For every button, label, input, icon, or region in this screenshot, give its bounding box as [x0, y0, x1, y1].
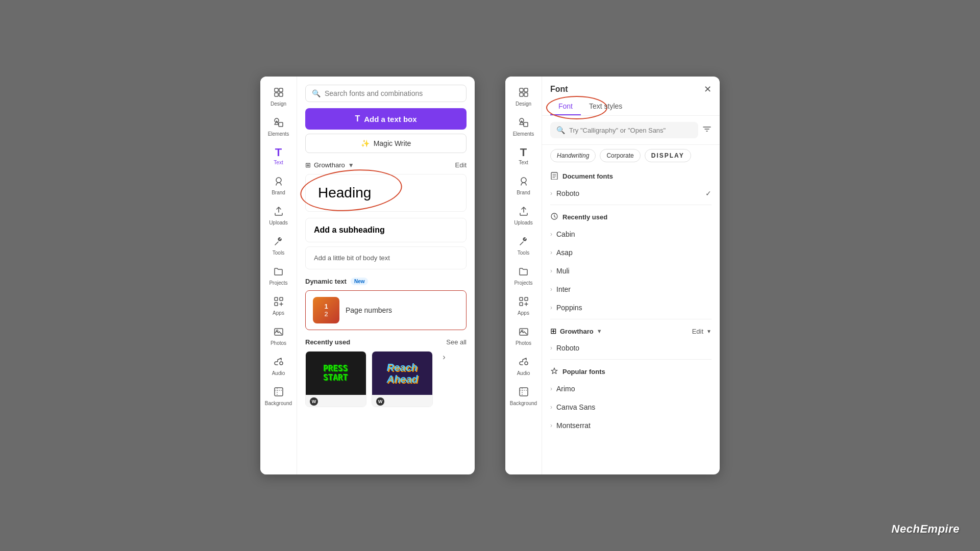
- font-name-roboto-doc: Roboto: [556, 189, 579, 197]
- font-chevron-poppins: ›: [550, 304, 552, 311]
- right-sidebar-item-background[interactable]: Background: [507, 382, 540, 410]
- press-start-text: PRESSSTART: [324, 364, 348, 382]
- font-search-input[interactable]: [569, 127, 692, 134]
- font-group-name: Growtharo: [560, 328, 594, 335]
- subheading-preview[interactable]: Add a subheading: [305, 218, 467, 242]
- font-item-inter[interactable]: › Inter: [546, 280, 716, 298]
- recently-used-fonts-header: Recently used: [546, 207, 716, 225]
- svg-rect-9: [275, 303, 278, 306]
- svg-rect-7: [275, 297, 278, 300]
- page-numbers-label: Page numbers: [346, 306, 392, 314]
- font-group-edit[interactable]: Edit: [692, 328, 703, 335]
- font-item-chevron: ›: [550, 190, 552, 197]
- right-sidebar-item-photos[interactable]: Photos: [507, 322, 540, 350]
- right-sidebar-item-projects[interactable]: Projects: [507, 262, 540, 290]
- sidebar-item-projects[interactable]: Projects: [262, 262, 295, 290]
- font-chevron-muli: ›: [550, 267, 552, 274]
- svg-rect-16: [520, 93, 523, 96]
- right-uploads-icon: [518, 206, 529, 218]
- right-apps-icon: [518, 296, 529, 309]
- audio-icon: [273, 356, 284, 369]
- add-text-button[interactable]: T Add a text box: [305, 108, 467, 130]
- w-badge-2: W: [376, 397, 384, 406]
- text-box-icon: T: [355, 114, 360, 123]
- chip-display[interactable]: DISPLAY: [645, 149, 691, 162]
- svg-rect-27: [520, 388, 528, 396]
- tools-icon: [273, 236, 284, 248]
- right-sidebar-label-uploads: Uploads: [514, 220, 533, 226]
- filter-button[interactable]: [702, 124, 712, 136]
- tab-font[interactable]: Font: [550, 98, 581, 115]
- divider: [550, 205, 712, 205]
- font-item-montserrat[interactable]: › Montserrat: [546, 416, 716, 435]
- font-item-roboto-document[interactable]: › Roboto ✓: [546, 184, 716, 203]
- see-all-link[interactable]: See all: [446, 338, 467, 346]
- font-item-arimo[interactable]: › Arimo: [546, 380, 716, 398]
- font-search-input[interactable]: [325, 89, 460, 97]
- font-preset-name-container: ⊞ Growtharo ▼: [305, 161, 354, 169]
- chip-handwriting[interactable]: Handwriting: [550, 149, 596, 162]
- svg-rect-22: [525, 297, 528, 300]
- sidebar-item-elements[interactable]: Elements: [262, 113, 295, 141]
- right-sidebar-item-tools[interactable]: Tools: [507, 232, 540, 260]
- close-button[interactable]: ✕: [704, 85, 712, 94]
- font-chevron-inter: ›: [550, 286, 552, 293]
- magic-write-button[interactable]: ✨ Magic Write: [305, 134, 467, 153]
- font-item-roboto-group[interactable]: › Roboto: [546, 339, 716, 357]
- templates-more-arrow[interactable]: ›: [438, 351, 450, 363]
- template-preview-press-start: PRESSSTART: [306, 352, 366, 395]
- templates-grid: PRESSSTART W ReachAhead W ›: [305, 351, 467, 407]
- right-sidebar-item-brand[interactable]: Brand: [507, 171, 540, 199]
- right-sidebar-item-design[interactable]: Design: [507, 83, 540, 111]
- template-footer-2: W: [372, 395, 432, 407]
- sidebar-item-label-projects: Projects: [269, 280, 287, 286]
- template-card-reach-ahead[interactable]: ReachAhead W: [372, 351, 433, 407]
- page-numbers-card[interactable]: 1 2 Page numbers: [305, 290, 467, 330]
- svg-point-4: [275, 118, 279, 122]
- popular-fonts-icon: [550, 367, 558, 377]
- right-audio-icon: [518, 356, 529, 369]
- sidebar-item-label-text: Text: [274, 160, 283, 165]
- design-icon: [273, 87, 284, 99]
- body-preview[interactable]: Add a little bit of body text: [305, 246, 467, 269]
- right-sidebar-item-uploads[interactable]: Uploads: [507, 202, 540, 230]
- sidebar-item-label-brand: Brand: [272, 190, 285, 195]
- font-item-muli[interactable]: › Muli: [546, 262, 716, 280]
- font-chevron-canva: ›: [550, 404, 552, 411]
- sidebar-item-uploads[interactable]: Uploads: [262, 202, 295, 230]
- tab-text-styles[interactable]: Text styles: [581, 98, 630, 115]
- search-icon: 🔍: [312, 89, 321, 97]
- chip-corporate[interactable]: Corporate: [600, 149, 640, 162]
- sidebar-item-background[interactable]: Background: [262, 382, 295, 410]
- heading-preview[interactable]: Heading: [305, 174, 467, 212]
- font-name-roboto-group: Roboto: [556, 344, 579, 352]
- sidebar-item-design[interactable]: Design: [262, 83, 295, 111]
- edit-link[interactable]: Edit: [455, 161, 467, 169]
- font-item-poppins[interactable]: › Poppins: [546, 298, 716, 317]
- font-check-icon: ✓: [705, 189, 712, 197]
- right-text-icon: T: [520, 147, 527, 158]
- font-search-container: 🔍: [305, 85, 467, 102]
- sidebar-item-tools[interactable]: Tools: [262, 232, 295, 260]
- right-sidebar-item-elements[interactable]: Elements: [507, 113, 540, 141]
- sidebar-item-apps[interactable]: Apps: [262, 292, 295, 320]
- sidebar-item-photos[interactable]: Photos: [262, 322, 295, 350]
- right-sidebar-item-apps[interactable]: Apps: [507, 292, 540, 320]
- divider-3: [550, 359, 712, 360]
- font-item-asap[interactable]: › Asap: [546, 243, 716, 262]
- recently-used-header: Recently used See all: [305, 338, 467, 346]
- dynamic-text-section-title: Dynamic text New: [305, 278, 467, 285]
- right-sidebar-label-text: Text: [519, 160, 528, 165]
- sidebar-item-text[interactable]: T Text: [262, 143, 295, 169]
- document-fonts-label: Document fonts: [562, 172, 613, 180]
- font-name-muli: Muli: [556, 267, 570, 275]
- font-item-canva-sans[interactable]: › Canva Sans: [546, 398, 716, 416]
- sidebar-item-audio[interactable]: Audio: [262, 352, 295, 380]
- right-sidebar-item-audio[interactable]: Audio: [507, 352, 540, 380]
- right-sidebar-item-text[interactable]: T Text: [507, 143, 540, 169]
- font-item-cabin[interactable]: › Cabin: [546, 225, 716, 243]
- sidebar-item-brand[interactable]: Brand: [262, 171, 295, 199]
- template-footer: W: [306, 395, 366, 407]
- template-card-press-start[interactable]: PRESSSTART W: [305, 351, 366, 407]
- elements-icon: [273, 117, 284, 130]
